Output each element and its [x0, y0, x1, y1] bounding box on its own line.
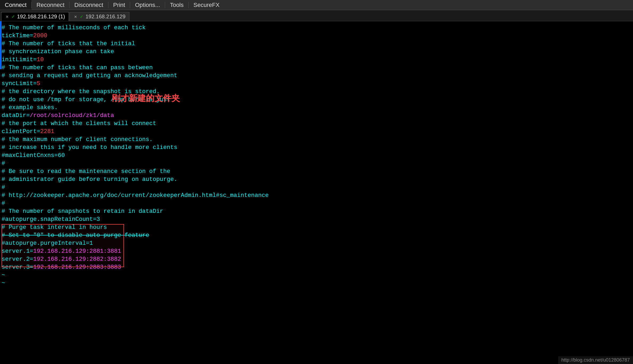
- line-9: # the directory where the snapshot is st…: [2, 88, 631, 96]
- line-11: # example sakes.: [2, 104, 631, 112]
- left-indicator: [0, 21, 2, 69]
- line-3: # The number of ticks that the initial: [2, 40, 631, 48]
- menu-options[interactable]: Options...: [130, 0, 165, 10]
- tab-1[interactable]: ✕ ✓ 192.168.216.129 (1): [1, 12, 69, 21]
- line-30: server.2=192.168.216.129:2882:3882: [2, 255, 631, 263]
- line-22: # http://zookeeper.apache.org/doc/curren…: [2, 192, 631, 200]
- status-bar: http://blog.csdn.net/u012806787: [558, 356, 633, 364]
- line-1: # The number of milliseconds of each tic…: [2, 24, 631, 32]
- line-26: # Purge task interval in hours: [2, 224, 631, 231]
- menu-connect[interactable]: Connect: [0, 0, 31, 10]
- line-6: # The number of ticks that can pass betw…: [2, 64, 631, 72]
- line-13: # the port at which the clients will con…: [2, 120, 631, 128]
- line-8: syncLimit=5: [2, 80, 631, 88]
- line-17: #maxClientCnxns=60: [2, 152, 631, 160]
- tab-2-label: 192.168.216.129: [85, 14, 125, 20]
- line-15: # the maximum number of client connectio…: [2, 136, 631, 144]
- menu-print[interactable]: Print: [108, 0, 130, 10]
- line-5: initLimit=10: [2, 56, 631, 64]
- line-19: # Be sure to read the maintenance sectio…: [2, 168, 631, 176]
- line-27: # Set to "0" to disable auto purge featu…: [2, 231, 631, 239]
- tab-2[interactable]: ✕ ✓ 192.168.216.129: [69, 12, 129, 21]
- line-23: #: [2, 200, 631, 208]
- tab-bar: ✕ ✓ 192.168.216.129 (1) ✕ ✓ 192.168.216.…: [0, 10, 633, 21]
- line-28: #autopurge.purgeInterval=1: [2, 239, 631, 247]
- menu-disconnect[interactable]: Disconnect: [69, 0, 108, 10]
- menu-securefx[interactable]: SecureFX: [189, 0, 224, 10]
- line-31: server.3=192.168.216.129:2883:3883: [2, 263, 631, 271]
- line-10: # do not use /tmp for storage, /tmp here…: [2, 96, 631, 104]
- line-4: # synchronization phase can take: [2, 48, 631, 56]
- tab-1-check: ✓: [11, 14, 15, 19]
- menu-bar: Connect Reconnect Disconnect Print Optio…: [0, 0, 633, 10]
- line-21: #: [2, 184, 631, 192]
- menu-reconnect[interactable]: Reconnect: [32, 0, 69, 10]
- tab-2-close[interactable]: ✕: [73, 15, 78, 19]
- line-25: #autopurge.snapRetainCount=3: [2, 216, 631, 224]
- line-14: clientPort=2281: [2, 128, 631, 136]
- line-18: #: [2, 160, 631, 168]
- line-16: # increase this if you need to handle mo…: [2, 144, 631, 152]
- line-29: server.1=192.168.216.129:2881:3881: [2, 247, 631, 255]
- tab-2-check: ✓: [80, 14, 83, 19]
- tab-1-label: 192.168.216.129 (1): [17, 14, 65, 20]
- line-24: # The number of snapshots to retain in d…: [2, 208, 631, 216]
- line-2: tickTime=2000: [2, 32, 631, 40]
- line-34: ~: [2, 279, 631, 287]
- tab-1-close[interactable]: ✕: [5, 15, 9, 19]
- line-12: dataDir=/root/solrcloud/zk1/data: [2, 112, 631, 120]
- line-7: # sending a request and getting an ackno…: [2, 72, 631, 80]
- annotation: 刚才新建的文件夹: [112, 93, 180, 104]
- line-20: # administrator guide before turning on …: [2, 176, 631, 184]
- terminal: # The number of milliseconds of each tic…: [0, 21, 633, 364]
- menu-tools[interactable]: Tools: [165, 0, 188, 10]
- line-32: ~: [2, 271, 631, 279]
